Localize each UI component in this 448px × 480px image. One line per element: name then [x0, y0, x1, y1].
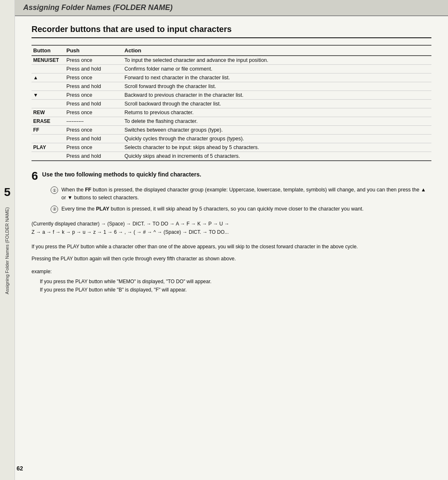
example-line-2: If you press the PLAY button while "B" i…	[40, 286, 431, 294]
side-tab-label: Assigning Folder Names (FOLDER NAME)	[4, 207, 10, 294]
table-row: Press and hold Quickly skips ahead in in…	[32, 152, 431, 161]
table-row: MENU/SET Press once To input the selecte…	[32, 56, 431, 65]
col-header-push: Push	[65, 45, 123, 56]
push-cell: ----------	[65, 117, 123, 126]
action-cell: Scroll forward through the character lis…	[123, 82, 431, 91]
push-cell: Press and hold	[65, 100, 123, 108]
sequence-line1: (Currently displayed character) → (Space…	[32, 220, 431, 228]
action-cell: Returns to previous character.	[123, 108, 431, 117]
page-title: Assigning Folder Names (FOLDER NAME)	[23, 3, 173, 12]
step-circle-1: ①	[51, 186, 58, 194]
push-cell: Press and hold	[65, 152, 123, 161]
example-line-1: If you press the PLAY button while "MEMO…	[40, 277, 431, 286]
section-heading: Recorder buttons that are used to input …	[32, 24, 431, 38]
push-cell: Press once	[65, 108, 123, 117]
step-text-1: When the FF button is pressed, the displ…	[61, 186, 431, 202]
side-tab: 5 Assigning Folder Names (FOLDER NAME)	[0, 0, 15, 480]
table-row: ▼ Press once Backward to previous charac…	[32, 91, 431, 100]
btn-cell: MENU/SET	[32, 56, 65, 65]
col-header-action: Action	[123, 45, 431, 56]
table-row: ERASE ---------- To delete the flashing …	[32, 117, 431, 126]
action-cell: To delete the flashing character.	[123, 117, 431, 126]
btn-cell: ▲	[32, 73, 65, 82]
push-cell: Press once	[65, 126, 123, 135]
table-row: Press and hold Quickly cycles through th…	[32, 135, 431, 143]
sequence-line2: Z → a → f → k → p → u → z → 1 → 6 → , → …	[32, 228, 431, 236]
btn-cell: FF	[32, 126, 65, 135]
note-para-2: Pressing the PLAY button again will then…	[32, 255, 431, 263]
push-cell: Press once	[65, 73, 123, 82]
action-cell: Selects character to be input: skips ahe…	[123, 143, 431, 152]
table-header-row: Button Push Action	[32, 45, 431, 56]
example-lines: If you press the PLAY button while "MEMO…	[32, 277, 431, 294]
example-block: example: If you press the PLAY button wh…	[32, 267, 431, 294]
button-table: Button Push Action MENU/SET Press once T…	[32, 45, 431, 161]
push-cell: Press once	[65, 56, 123, 65]
top-header: Assigning Folder Names (FOLDER NAME)	[15, 0, 448, 16]
note-para-1: If you press the PLAY button while a cha…	[32, 243, 431, 251]
action-cell: Switches between character groups (type)…	[123, 126, 431, 135]
table-row: ▲ Press once Forward to next character i…	[32, 73, 431, 82]
action-cell: Confirms folder name or file comment.	[123, 65, 431, 73]
table-row: Press and hold Scroll forward through th…	[32, 82, 431, 91]
example-label: example:	[32, 267, 431, 276]
btn-cell	[32, 135, 65, 143]
table-row: PLAY Press once Selects character to be …	[32, 143, 431, 152]
play-bold: PLAY	[96, 206, 109, 212]
step-item-1: ① When the FF button is pressed, the dis…	[51, 186, 431, 202]
btn-cell: ERASE	[32, 117, 65, 126]
table-row: Press and hold Scroll backward through t…	[32, 100, 431, 108]
push-cell: Press once	[65, 91, 123, 100]
step-text-2: Every time the PLAY button is pressed, i…	[61, 205, 431, 213]
main-content: Assigning Folder Names (FOLDER NAME) Rec…	[15, 0, 448, 480]
content-area: Recorder buttons that are used to input …	[15, 16, 448, 303]
step-circle-2: ②	[51, 206, 58, 213]
table-row: REW Press once Returns to previous chara…	[32, 108, 431, 117]
action-cell: Quickly skips ahead in increments of 5 c…	[123, 152, 431, 161]
action-cell: Backward to previous character in the ch…	[123, 91, 431, 100]
table-row: Press and hold Confirms folder name or f…	[32, 65, 431, 73]
action-cell: To input the selected character and adva…	[123, 56, 431, 65]
btn-cell: REW	[32, 108, 65, 117]
push-cell: Press and hold	[65, 135, 123, 143]
side-tab-number: 5	[4, 186, 11, 199]
step-6-block: 6 Use the two following methods to quick…	[32, 171, 431, 213]
step-6-heading: Use the two following methods to quickly…	[42, 171, 202, 178]
page-number: 62	[17, 465, 23, 472]
btn-cell	[32, 65, 65, 73]
btn-cell: PLAY	[32, 143, 65, 152]
step-6-number: 6	[32, 170, 38, 182]
push-cell: Press once	[65, 143, 123, 152]
table-row: FF Press once Switches between character…	[32, 126, 431, 135]
btn-cell	[32, 82, 65, 91]
sequence-block: (Currently displayed character) → (Space…	[32, 220, 431, 237]
action-cell: Forward to next character in the charact…	[123, 73, 431, 82]
col-header-button: Button	[32, 45, 65, 56]
push-cell: Press and hold	[65, 65, 123, 73]
btn-cell: ▼	[32, 91, 65, 100]
ff-bold: FF	[85, 187, 91, 193]
action-cell: Quickly cycles through the character gro…	[123, 135, 431, 143]
btn-cell	[32, 152, 65, 161]
btn-cell	[32, 100, 65, 108]
step-item-2: ② Every time the PLAY button is pressed,…	[51, 205, 431, 213]
push-cell: Press and hold	[65, 82, 123, 91]
action-cell: Scroll backward through the character li…	[123, 100, 431, 108]
